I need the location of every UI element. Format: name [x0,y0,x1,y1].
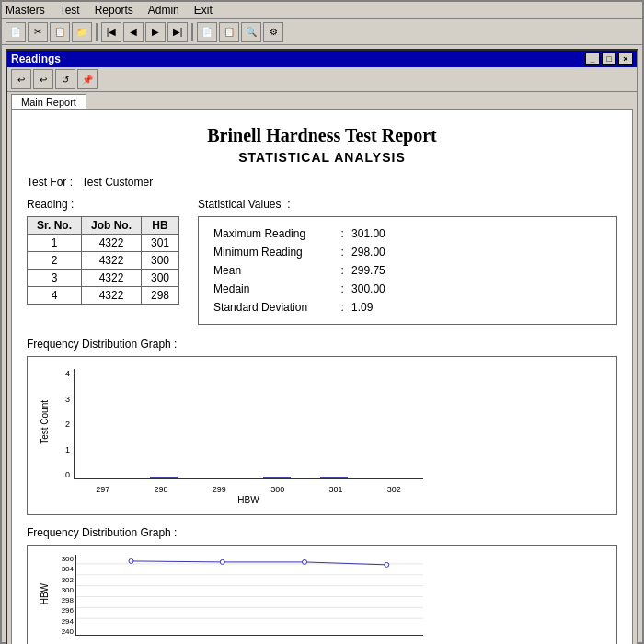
y-axis-label: Test Count [35,364,53,479]
chart-plot-area [74,369,423,479]
line-chart-area [75,555,423,636]
col-header-hb: HB [142,217,179,235]
bar-slot-300 [249,477,306,478]
line-chart: HBW 306 304 302 300 298 296 294 240 [35,553,431,644]
inner-window: Readings _ □ × ↩ ↩ ↺ 📌 Main Report Brine… [6,49,638,644]
bar-298 [150,477,178,478]
report-subtitle: STATISTICAL ANALYSIS [27,150,617,165]
freq-label-2: Frequency Distribution Graph : [27,526,617,539]
save-btn[interactable]: 📋 [50,22,70,42]
freq-label-1: Frequency Distribution Graph : [27,338,617,351]
close-btn[interactable]: × [618,52,633,65]
stat-row: Medain : 300.00 [213,280,602,298]
chart-section-1: Frequency Distribution Graph : Test Coun… [27,338,617,515]
stats-box: Maximum Reading : 301.00 Minimum Reading… [198,216,617,325]
bars-container [75,369,423,478]
new-btn[interactable]: 📄 [6,22,26,42]
inner-btn1[interactable]: ↩ [11,69,31,89]
print-btn[interactable]: 📁 [72,22,92,42]
titlebar-buttons: _ □ × [585,52,633,65]
inner-btn2[interactable]: ↩ [33,69,53,89]
search-btn[interactable]: 🔍 [241,22,261,42]
svg-point-8 [303,559,307,564]
test-for-label: Test For : [27,176,73,189]
inner-title: Readings [11,52,61,65]
main-window: Masters Test Reports Admin Exit 📄 ✂ 📋 📁 … [0,0,644,644]
bar-300 [263,477,291,478]
prev-btn[interactable]: ◀ [123,22,144,42]
table-row: 44322298 [28,287,179,305]
chart-section-2: Frequency Distribution Graph : HBW 306 3… [27,526,617,644]
settings-btn[interactable]: ⚙ [263,22,283,42]
report-area: Brinell Hardness Test Report STATISTICAL… [11,109,633,644]
tab-main-report[interactable]: Main Report [11,94,86,109]
stat-row: Standard Deviation : 1.09 [213,298,602,316]
maximize-btn[interactable]: □ [602,52,616,65]
bar-slot-298 [136,477,193,478]
left-section: Reading : Sr. No. Job No. HB 14322301243… [27,198,179,325]
stat-row: Mean : 299.75 [213,261,602,280]
svg-point-7 [220,559,224,564]
chart-container-1: Test Count 43210 [27,356,617,515]
menu-test[interactable]: Test [60,4,80,17]
svg-point-9 [385,562,389,567]
svg-point-6 [129,558,133,563]
inner-toolbar: ↩ ↩ ↺ 📌 [7,67,637,92]
inner-btn4[interactable]: 📌 [77,69,98,89]
stat-row: Maximum Reading : 301.00 [213,224,602,243]
table-row: 24322300 [28,252,179,270]
open-btn[interactable]: ✂ [28,22,48,42]
table-row: 14322301 [28,235,179,252]
stat-row: Minimum Reading : 298.00 [213,243,602,261]
inner-titlebar: Readings _ □ × [7,51,637,67]
table-row: 34322300 [28,270,179,287]
y-ticks: 43210 [53,369,70,479]
copy-btn[interactable]: 📄 [197,22,217,42]
minimize-btn[interactable]: _ [585,52,600,65]
right-section: Statistical Values : Maximum Reading : 3… [198,198,617,325]
inner-btn3[interactable]: ↺ [55,69,75,89]
line-chart-svg [76,555,423,635]
paste-btn[interactable]: 📋 [219,22,239,42]
reading-label: Reading : [27,198,179,211]
sep2 [191,23,193,41]
x-labels: 297298299300301302 [74,485,423,494]
menu-reports[interactable]: Reports [95,4,133,17]
next-last-btn[interactable]: ▶| [167,22,188,42]
chart-container-2: HBW 306 304 302 300 298 296 294 240 [27,545,617,644]
x-axis-label: HBW [74,495,423,505]
menu-masters[interactable]: Masters [6,4,45,17]
test-for-value: Test Customer [82,176,153,189]
toolbar: 📄 ✂ 📋 📁 |◀ ◀ ▶ ▶| 📄 📋 🔍 ⚙ [2,19,642,45]
reading-section: Reading : Sr. No. Job No. HB 14322301243… [27,198,617,325]
tabs-bar: Main Report [7,92,637,109]
col-header-jobno: Job No. [82,217,142,235]
test-for-row: Test For : Test Customer [27,176,617,189]
bar-slot-301 [305,477,362,478]
menu-exit[interactable]: Exit [194,4,213,17]
col-header-srno: Sr. No. [28,217,82,235]
prev-first-btn[interactable]: |◀ [101,22,121,42]
sep1 [96,23,98,41]
statistical-label: Statistical Values : [198,198,617,211]
bar-301 [320,477,348,478]
report-title: Brinell Hardness Test Report [27,125,617,146]
menu-admin[interactable]: Admin [148,4,179,17]
line-y-axis-label: HBW [35,553,53,636]
next-btn[interactable]: ▶ [145,22,166,42]
line-y-ticks: 306 304 302 300 298 296 294 240 [53,555,74,636]
reading-table: Sr. No. Job No. HB 143223012432230034322… [27,216,179,305]
bar-chart: Test Count 43210 [35,364,431,507]
menubar: Masters Test Reports Admin Exit [2,2,642,19]
